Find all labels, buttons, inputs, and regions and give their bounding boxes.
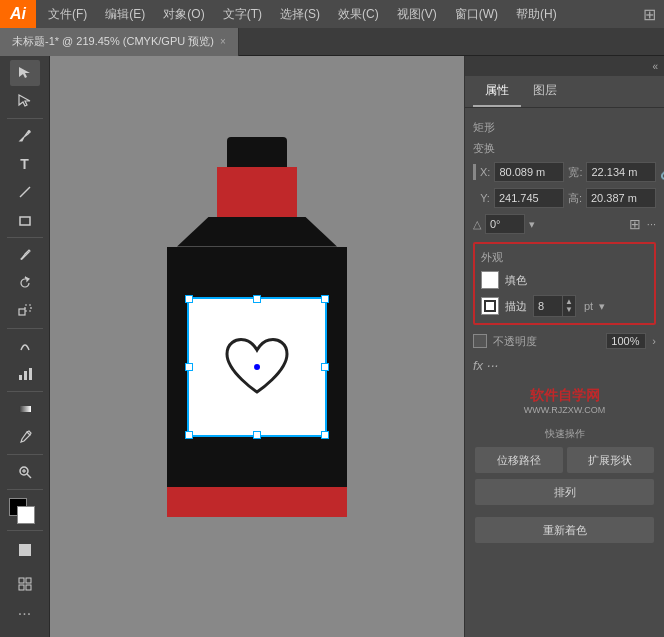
tool-warp[interactable]	[10, 333, 40, 359]
workspace-switcher[interactable]: ⊞	[643, 5, 664, 24]
menu-window[interactable]: 窗口(W)	[447, 2, 506, 27]
opacity-row: 不透明度 ›	[473, 333, 656, 349]
menu-view[interactable]: 视图(V)	[389, 2, 445, 27]
watermark-main-text: 软件自学网	[473, 387, 656, 405]
color-swatches[interactable]	[7, 496, 43, 526]
svg-rect-15	[26, 578, 31, 583]
link-proportional-icon[interactable]: 🔗	[660, 165, 664, 180]
tool-graph[interactable]	[10, 361, 40, 387]
bottle-bottom	[167, 487, 347, 517]
stroke-label: 描边	[505, 299, 527, 314]
recolor-row: 重新着色	[473, 517, 656, 549]
right-panel: « 属性 图层 矩形 变换 X: 宽: 🔗	[464, 56, 664, 637]
menu-object[interactable]: 对象(O)	[155, 2, 212, 27]
y-input[interactable]	[494, 188, 564, 208]
tool-eyedropper[interactable]	[10, 424, 40, 450]
fx-more-icon[interactable]: ···	[487, 357, 499, 373]
angle-input[interactable]	[485, 214, 525, 234]
angle-row: △ ▾ ⊞ ···	[473, 214, 656, 234]
recolor-button[interactable]: 重新着色	[475, 517, 654, 543]
transform-section-title: 变换	[473, 141, 656, 156]
opacity-checkbox[interactable]	[473, 334, 487, 348]
stroke-unit: pt	[584, 300, 593, 312]
svg-rect-2	[20, 217, 30, 225]
tool-direct-selection[interactable]	[10, 88, 40, 114]
menu-bar: Ai 文件(F) 编辑(E) 对象(O) 文字(T) 选择(S) 效果(C) 视…	[0, 0, 664, 28]
stroke-value-box[interactable]: 8 ▲ ▼	[533, 295, 576, 317]
arrange-row: 排列	[473, 479, 656, 511]
tool-selection[interactable]	[10, 60, 40, 86]
angle-dropdown-icon[interactable]: ▾	[529, 218, 535, 231]
more-tools-icon[interactable]: ···	[10, 601, 40, 627]
fill-row: 填色	[481, 271, 648, 289]
menu-edit[interactable]: 编辑(E)	[97, 2, 153, 27]
more-tools[interactable]: ···	[10, 601, 40, 633]
expand-shape-button[interactable]: 扩展形状	[567, 447, 655, 473]
height-label: 高:	[568, 191, 582, 206]
tool-paintbrush[interactable]	[10, 242, 40, 268]
svg-rect-16	[19, 585, 24, 590]
artboards-icon[interactable]	[10, 571, 40, 597]
svg-rect-14	[19, 578, 24, 583]
stroke-dropdown-icon[interactable]: ▾	[599, 300, 605, 313]
transform-options-icon[interactable]: ···	[647, 218, 656, 230]
tab-properties[interactable]: 属性	[473, 76, 521, 107]
menu-select[interactable]: 选择(S)	[272, 2, 328, 27]
ai-logo: Ai	[0, 0, 36, 28]
bottle-illustration	[167, 137, 347, 557]
svg-rect-13	[19, 544, 31, 556]
transform-more-icon[interactable]: ⊞	[629, 216, 643, 232]
angle-icon: △	[473, 218, 481, 231]
transform-grid-icon	[473, 164, 476, 180]
handle-mid-right[interactable]	[321, 363, 329, 371]
menu-effect[interactable]: 效果(C)	[330, 2, 387, 27]
handle-bottom-mid[interactable]	[253, 431, 261, 439]
stroke-swatch[interactable]	[481, 297, 499, 315]
menu-type[interactable]: 文字(T)	[215, 2, 270, 27]
svg-line-1	[20, 187, 30, 197]
watermark-sub-text: WWW.RJZXW.COM	[473, 405, 656, 415]
tool-type[interactable]: T	[10, 151, 40, 177]
tab-close-button[interactable]: ×	[220, 36, 226, 47]
tab-layers[interactable]: 图层	[521, 76, 569, 107]
fill-swatch[interactable]	[481, 271, 499, 289]
handle-top-left[interactable]	[185, 295, 193, 303]
label-area[interactable]	[187, 297, 327, 437]
handle-top-right[interactable]	[321, 295, 329, 303]
svg-rect-3	[19, 309, 25, 315]
toolbar: T	[0, 56, 50, 637]
document-tab[interactable]: 未标题-1* @ 219.45% (CMYK/GPU 预览) ×	[0, 28, 239, 56]
arrange-button[interactable]: 排列	[475, 479, 654, 505]
handle-bottom-right[interactable]	[321, 431, 329, 439]
handle-bottom-left[interactable]	[185, 431, 193, 439]
y-height-row: Y: 高:	[473, 188, 656, 208]
panel-collapse-button[interactable]: «	[465, 56, 664, 76]
stroke-arrows[interactable]: ▲ ▼	[562, 295, 575, 317]
width-input[interactable]	[586, 162, 656, 182]
tool-pen[interactable]	[10, 123, 40, 149]
normal-mode-icon[interactable]	[10, 537, 40, 563]
height-input[interactable]	[586, 188, 656, 208]
tool-scale[interactable]	[10, 298, 40, 324]
center-point	[254, 364, 260, 370]
menu-file[interactable]: 文件(F)	[40, 2, 95, 27]
offset-path-button[interactable]: 位移路径	[475, 447, 563, 473]
tool-zoom[interactable]	[10, 459, 40, 485]
watermark: 软件自学网 WWW.RJZXW.COM	[473, 379, 656, 423]
bottle-body	[167, 247, 347, 487]
opacity-input[interactable]	[606, 333, 646, 349]
handle-top-mid[interactable]	[253, 295, 261, 303]
handle-mid-left[interactable]	[185, 363, 193, 371]
tool-rotate[interactable]	[10, 270, 40, 296]
opacity-arrow-icon[interactable]: ›	[652, 335, 656, 347]
tool-gradient[interactable]	[10, 396, 40, 422]
stroke-down-arrow[interactable]: ▼	[563, 306, 575, 314]
menu-help[interactable]: 帮助(H)	[508, 2, 565, 27]
x-width-row: X: 宽: 🔗	[473, 162, 656, 182]
tool-rectangle[interactable]	[10, 207, 40, 233]
tool-line[interactable]	[10, 179, 40, 205]
stroke-inner-swatch	[484, 300, 496, 312]
canvas-background	[97, 117, 417, 577]
x-input[interactable]	[494, 162, 564, 182]
tab-label: 未标题-1* @ 219.45% (CMYK/GPU 预览)	[12, 34, 214, 49]
